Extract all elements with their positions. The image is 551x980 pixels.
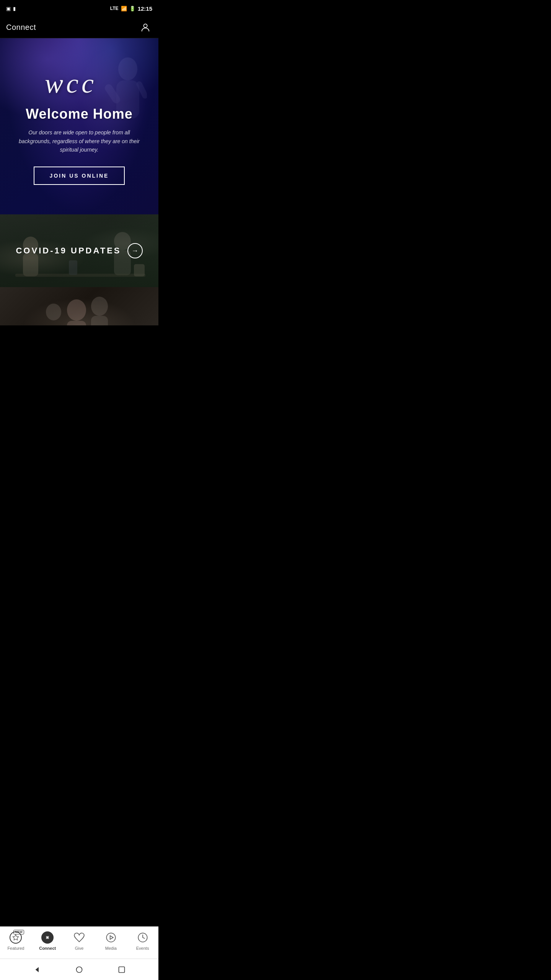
covid-arrow-button[interactable]: → [127,243,143,258]
nav-bar: Connect [0,17,158,38]
svg-point-0 [143,24,147,27]
church-logo: wcc [18,68,140,103]
svg-rect-17 [91,316,108,325]
svg-rect-11 [134,264,145,276]
covid-banner[interactable]: COVID-19 UPDATES → [0,214,158,287]
hero-banner: wcc Welcome Home Our doors are wide open… [0,38,158,214]
join-online-button[interactable]: JOIN US ONLINE [34,167,125,185]
svg-rect-12 [69,260,77,275]
svg-rect-16 [67,321,86,325]
arrow-right-icon: → [132,247,139,255]
signal-bars-icon: 📶 [121,6,127,11]
battery-icon: 🔋 [129,6,135,11]
main-content: wcc Welcome Home Our doors are wide open… [0,38,158,379]
covid-content: COVID-19 UPDATES → [16,243,142,258]
svg-point-15 [46,304,61,320]
user-profile-button[interactable] [139,21,152,34]
hero-subtitle: Our doors are wide open to people from a… [18,128,140,154]
covid-updates-text: COVID-19 UPDATES [16,246,121,256]
status-bar: ▣ ▮ LTE 📶 🔋 12:15 [0,0,158,17]
page-title: Connect [6,23,36,32]
hero-content: wcc Welcome Home Our doors are wide open… [7,68,152,185]
signal-icon: ▮ [13,6,16,11]
svg-text:wcc: wcc [45,68,97,98]
svg-point-13 [67,299,86,321]
sim-icon: ▣ [6,6,11,11]
lte-label: LTE [110,6,119,11]
hero-title: Welcome Home [18,106,140,122]
third-banner [0,287,158,325]
svg-point-14 [91,297,108,316]
status-bar-left: ▣ ▮ [6,6,16,11]
time-display: 12:15 [138,5,152,12]
svg-rect-10 [15,274,145,277]
status-bar-right: LTE 📶 🔋 12:15 [110,5,152,12]
